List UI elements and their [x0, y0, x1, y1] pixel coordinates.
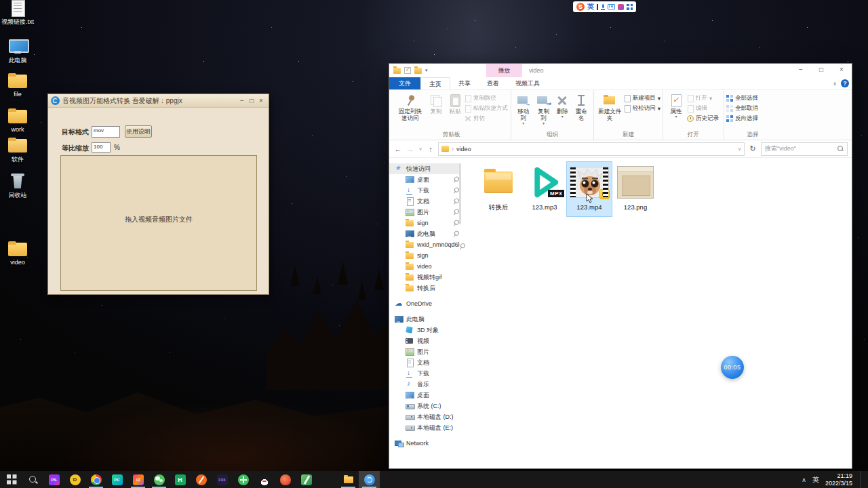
file-tile-mp4[interactable]: 123.mp4 — [567, 162, 612, 216]
show-desktop-button[interactable] — [860, 471, 863, 488]
keyboard-icon[interactable] — [608, 4, 615, 9]
sidebar-item[interactable]: 图片 — [389, 346, 461, 357]
file-tile-mp3[interactable]: MP3 123.mp3 — [522, 162, 567, 216]
sidebar-item[interactable]: 转换后 — [389, 283, 461, 293]
sidebar-item[interactable]: 桌面 — [389, 390, 461, 401]
ribbon-tab[interactable]: 共享 — [450, 77, 479, 89]
sidebar-item[interactable]: 系统 (C:) — [389, 401, 461, 411]
sogou-logo-icon[interactable]: S — [576, 3, 585, 11]
taskbar-icon[interactable] — [296, 471, 317, 488]
paste-button[interactable]: 粘贴 — [446, 92, 464, 117]
taskbar-icon[interactable] — [1, 471, 22, 488]
edit-button[interactable]: 编辑 — [687, 104, 719, 113]
explorer-titlebar[interactable]: ▾ 播放 video − □ × — [389, 64, 852, 77]
scale-input[interactable]: 100 — [92, 142, 111, 152]
file-list[interactable]: 转换后 MP3 123.mp3 — [461, 158, 852, 469]
ribbon-tab[interactable]: 视频工具 — [507, 77, 548, 89]
new-folder-button[interactable]: 新建文件夹 — [597, 92, 623, 124]
sidebar-item[interactable]: 此电脑 — [389, 314, 461, 325]
sidebar-item[interactable]: Network — [389, 438, 461, 449]
taskbar-icon[interactable] — [85, 471, 106, 488]
ime-mode-indicator[interactable]: 英 — [587, 2, 594, 12]
back-button[interactable]: ← — [393, 145, 403, 153]
help-icon[interactable]: ? — [841, 79, 849, 87]
taskbar-icon[interactable]: FOX — [212, 471, 233, 488]
tray-expand-icon[interactable]: ∧ — [802, 476, 806, 483]
minimize-button[interactable]: − — [791, 64, 811, 77]
pin-to-quick-access-button[interactable]: 固定到快速访问 — [395, 92, 426, 124]
rename-button[interactable]: 重命名 — [572, 92, 591, 124]
invert-selection-button[interactable]: 反向选择 — [726, 115, 758, 123]
clock[interactable]: 21:19 2022/3/15 — [825, 472, 852, 487]
sidebar-item[interactable]: 桌面 — [389, 174, 461, 185]
qat-newfolder-icon[interactable] — [414, 68, 422, 74]
search-input[interactable]: 搜索"video" — [761, 142, 848, 156]
sidebar-item[interactable]: 下载 — [389, 368, 461, 379]
sidebar-item[interactable]: 视频转gif — [389, 272, 461, 283]
easy-access-button[interactable]: 轻松访问 ▾ — [624, 104, 660, 113]
maximize-button[interactable]: □ — [247, 96, 256, 106]
up-button[interactable]: ↑ — [426, 145, 435, 153]
taskbar-icon[interactable] — [191, 471, 212, 488]
sidebar-item[interactable]: 本地磁盘 (D:) — [389, 411, 461, 422]
copy-to-button[interactable]: 复制到 ▾ — [534, 92, 553, 127]
taskbar-icon[interactable] — [338, 471, 359, 488]
sidebar-item[interactable]: 此电脑 — [389, 228, 461, 239]
select-all-button[interactable]: 全部选择 — [726, 94, 758, 102]
sidebar-item[interactable]: 图片 — [389, 207, 461, 218]
ribbon-tab[interactable]: 查看 — [479, 77, 507, 89]
maximize-button[interactable]: □ — [811, 64, 831, 77]
taskbar-icon[interactable]: IJ — [127, 471, 149, 488]
tray-ime-indicator[interactable]: 英 — [812, 475, 819, 485]
taskbar-icon[interactable] — [233, 471, 254, 488]
desktop-icon[interactable]: video — [1, 241, 34, 266]
open-button[interactable]: 打开 ▾ — [687, 94, 719, 102]
copy-path-button[interactable]: 复制路径 — [465, 94, 508, 102]
breadcrumb-current[interactable]: video — [456, 146, 735, 152]
sidebar-item[interactable]: sign — [389, 218, 461, 228]
sidebar-item[interactable]: 下载 — [389, 185, 461, 196]
sidebar-item[interactable]: wxid_nmn0qd6l — [389, 239, 461, 250]
properties-button[interactable]: 属性 ▾ — [666, 92, 686, 121]
forward-button[interactable]: → — [406, 145, 415, 153]
sidebar-item[interactable]: sign — [389, 250, 461, 261]
close-button[interactable]: × — [831, 64, 852, 77]
skin-icon[interactable] — [618, 4, 624, 10]
recent-locations-icon[interactable]: ∨ — [418, 146, 423, 152]
desktop-icon[interactable]: file — [1, 73, 34, 98]
sidebar-item[interactable]: video — [389, 261, 461, 272]
ribbon-tab[interactable]: 主页 — [420, 77, 450, 89]
taskbar-icon[interactable] — [359, 471, 380, 488]
ribbon-tab[interactable]: 文件 — [389, 77, 420, 89]
history-button[interactable]: 历史记录 — [687, 115, 719, 123]
sidebar-item[interactable]: 视频 — [389, 336, 461, 346]
desktop-icon[interactable]: work — [1, 108, 34, 133]
taskbar-icon[interactable]: PC — [106, 471, 127, 488]
desktop-icon[interactable]: 此电脑 — [1, 39, 34, 65]
file-tile-folder[interactable]: 转换后 — [476, 162, 521, 216]
close-button[interactable]: × — [256, 96, 266, 106]
address-dropdown-icon[interactable]: ∨ — [738, 146, 741, 152]
taskbar-icon[interactable]: D — [64, 471, 85, 488]
sidebar-item[interactable]: 文档 — [389, 357, 461, 368]
contextual-tab-play[interactable]: 播放 — [486, 64, 522, 77]
cut-button[interactable]: 剪切 — [465, 115, 508, 123]
collapse-ribbon-icon[interactable]: ∧ — [833, 81, 837, 87]
desktop-icon[interactable]: 软件 — [1, 138, 34, 164]
desktop-icon[interactable]: 视频链接.txt — [1, 0, 34, 26]
sidebar-item[interactable]: OneDrive — [389, 298, 461, 309]
ime-toolbar[interactable]: S 英 — [573, 1, 636, 12]
taskbar-icon[interactable] — [22, 471, 43, 488]
taskbar-icon[interactable]: PS — [43, 471, 64, 488]
qat-properties-icon[interactable] — [404, 67, 411, 74]
sidebar-item[interactable]: 文档 — [389, 196, 461, 207]
sidebar-item[interactable]: 3D 对象 — [389, 325, 461, 336]
minimize-button[interactable]: − — [237, 96, 247, 106]
sidebar-item[interactable]: 快速访问 — [389, 163, 461, 174]
refresh-button[interactable]: ↻ — [747, 144, 758, 153]
desktop-icon[interactable]: 回收站 — [1, 174, 34, 200]
file-dropzone[interactable]: 拖入视频音频图片文件 — [60, 155, 257, 291]
sidebar-item[interactable]: 音乐 — [389, 379, 461, 390]
taskbar-icon[interactable]: H — [170, 471, 191, 488]
delete-button[interactable]: 删除 ▾ — [554, 92, 570, 121]
